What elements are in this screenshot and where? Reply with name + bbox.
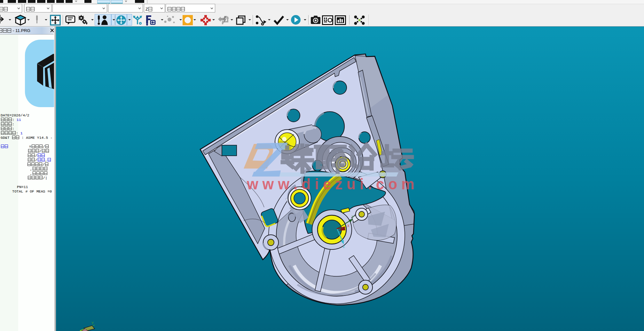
svg-text:w w w . d i e z u i . c o m: w w w . d i e z u i . c o m [247,176,414,193]
svg-text:X: X [347,224,349,228]
svg-text:Z: Z [343,245,345,248]
svg-text:Y: Y [91,321,94,325]
svg-text:Y: Y [352,215,354,219]
